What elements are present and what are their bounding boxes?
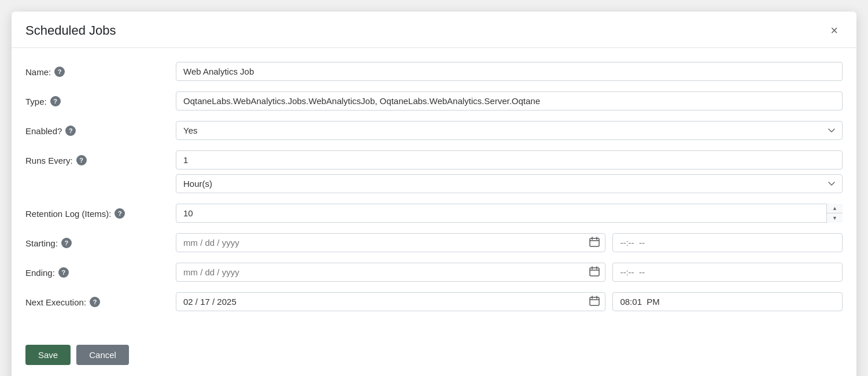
next-execution-control-wrap bbox=[176, 292, 843, 311]
ending-date-input[interactable] bbox=[176, 263, 605, 282]
starting-label: Starting: ? bbox=[25, 233, 176, 248]
enabled-label: Enabled? ? bbox=[25, 121, 176, 136]
runs-every-control-wrap: Minute(s) Hour(s) Day(s) Week(s) bbox=[176, 150, 843, 193]
starting-date-input[interactable] bbox=[176, 233, 605, 252]
modal-header: Scheduled Jobs × bbox=[12, 12, 856, 48]
type-control-wrap bbox=[176, 91, 843, 110]
enabled-help-icon[interactable]: ? bbox=[65, 126, 76, 136]
ending-help-icon[interactable]: ? bbox=[58, 267, 69, 278]
next-execution-date-time-row bbox=[176, 292, 843, 311]
next-execution-time-input[interactable] bbox=[612, 292, 843, 311]
type-help-icon[interactable]: ? bbox=[50, 96, 61, 106]
next-execution-help-icon[interactable]: ? bbox=[90, 297, 100, 307]
retention-wrap: ▲ ▼ bbox=[176, 204, 843, 223]
starting-date-wrap bbox=[176, 233, 605, 252]
name-control-wrap bbox=[176, 62, 843, 81]
retention-log-input[interactable] bbox=[176, 204, 843, 223]
enabled-select[interactable]: Yes No bbox=[176, 121, 843, 140]
scheduled-jobs-modal: Scheduled Jobs × Name: ? Type: ? bbox=[12, 12, 856, 376]
next-execution-row: Next Execution: ? bbox=[25, 292, 843, 311]
next-execution-date-input[interactable] bbox=[176, 292, 605, 311]
modal-footer: Save Cancel bbox=[12, 336, 856, 376]
type-input[interactable] bbox=[176, 91, 843, 110]
starting-control-wrap bbox=[176, 233, 843, 252]
type-label: Type: ? bbox=[25, 91, 176, 106]
modal-title: Scheduled Jobs bbox=[25, 23, 116, 38]
ending-time-input[interactable] bbox=[612, 263, 843, 282]
next-execution-label: Next Execution: ? bbox=[25, 292, 176, 307]
name-help-icon[interactable]: ? bbox=[54, 67, 65, 77]
runs-every-help-icon[interactable]: ? bbox=[76, 155, 87, 165]
type-row: Type: ? bbox=[25, 91, 843, 110]
starting-time-input[interactable] bbox=[612, 233, 843, 252]
spinner-buttons: ▲ ▼ bbox=[826, 204, 843, 223]
close-button[interactable]: × bbox=[826, 22, 843, 39]
ending-control-wrap bbox=[176, 263, 843, 282]
modal-body: Name: ? Type: ? Enabled? ? bbox=[12, 48, 856, 336]
starting-date-time-row bbox=[176, 233, 843, 252]
ending-row: Ending: ? bbox=[25, 263, 843, 282]
retention-log-label: Retention Log (Items): ? bbox=[25, 204, 176, 219]
enabled-row: Enabled? ? Yes No bbox=[25, 121, 843, 140]
runs-every-unit-select[interactable]: Minute(s) Hour(s) Day(s) Week(s) bbox=[176, 174, 843, 193]
runs-every-row: Runs Every: ? Minute(s) Hour(s) Day(s) W… bbox=[25, 150, 843, 193]
name-input[interactable] bbox=[176, 62, 843, 81]
starting-help-icon[interactable]: ? bbox=[61, 238, 72, 248]
save-button[interactable]: Save bbox=[25, 345, 71, 365]
runs-every-group: Minute(s) Hour(s) Day(s) Week(s) bbox=[176, 150, 843, 193]
ending-date-time-row bbox=[176, 263, 843, 282]
runs-every-input[interactable] bbox=[176, 150, 843, 169]
ending-label: Ending: ? bbox=[25, 263, 176, 278]
enabled-control-wrap: Yes No bbox=[176, 121, 843, 140]
ending-date-wrap bbox=[176, 263, 605, 282]
starting-row: Starting: ? bbox=[25, 233, 843, 252]
name-row: Name: ? bbox=[25, 62, 843, 81]
retention-log-control-wrap: ▲ ▼ bbox=[176, 204, 843, 223]
spinner-up-button[interactable]: ▲ bbox=[827, 204, 843, 213]
spinner-down-button[interactable]: ▼ bbox=[827, 213, 843, 223]
name-label: Name: ? bbox=[25, 62, 176, 77]
runs-every-label: Runs Every: ? bbox=[25, 150, 176, 165]
retention-log-row: Retention Log (Items): ? ▲ ▼ bbox=[25, 204, 843, 223]
cancel-button[interactable]: Cancel bbox=[76, 345, 129, 365]
retention-log-help-icon[interactable]: ? bbox=[114, 208, 125, 219]
next-execution-date-wrap bbox=[176, 292, 605, 311]
